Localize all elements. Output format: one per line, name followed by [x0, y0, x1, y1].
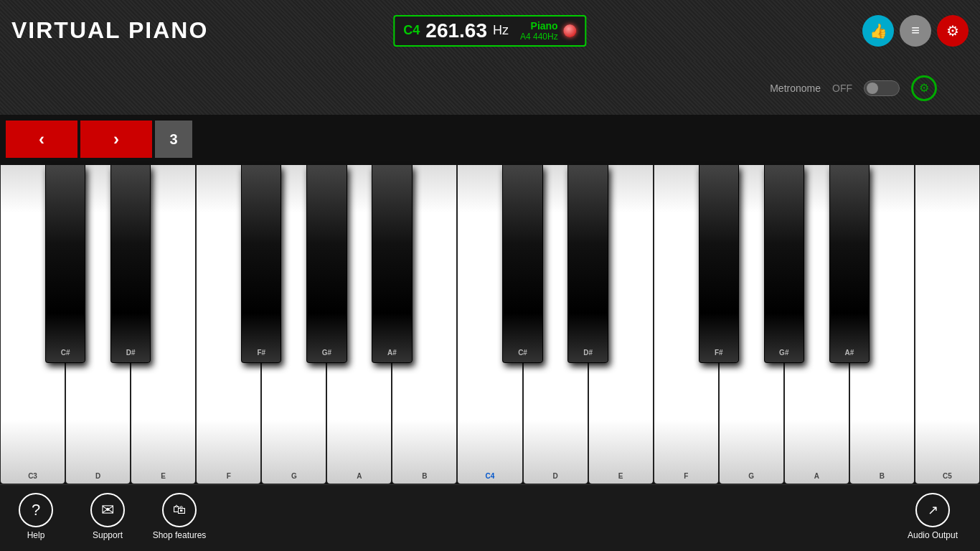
- white-key-label-5: A: [357, 472, 362, 480]
- metronome-toggle[interactable]: [864, 80, 900, 96]
- black-key-label-5: C#: [518, 349, 527, 357]
- app-title: VIRTUAL PIANO: [11, 17, 208, 44]
- navigation-area: ‹ › 3: [0, 115, 192, 158]
- white-key-label-3: F: [227, 472, 231, 480]
- bottom-bar: ? Help ✉ Support 🛍 Shop features ↗ Audio…: [0, 484, 980, 547]
- black-key-label-0: C#: [61, 349, 70, 357]
- audio-output-label: Audio Output: [908, 530, 958, 540]
- white-key-label-14: C5: [943, 472, 952, 480]
- like-button[interactable]: 👍: [862, 15, 894, 47]
- menu-button[interactable]: ≡: [900, 15, 931, 47]
- white-key-label-11: G: [748, 472, 754, 480]
- black-key-label-7: F#: [715, 349, 723, 357]
- instrument-info: Piano A4 440Hz: [520, 20, 558, 42]
- white-key-label-0: C3: [28, 472, 37, 480]
- metronome-state-label: OFF: [832, 83, 852, 94]
- black-key-8[interactable]: G#: [764, 165, 804, 363]
- metronome-settings-button[interactable]: ⚙: [911, 75, 937, 101]
- support-icon: ✉: [90, 493, 125, 527]
- black-key-label-2: F#: [257, 349, 265, 357]
- shop-label: Shop features: [153, 530, 207, 540]
- instrument-name: Piano: [531, 20, 558, 32]
- black-key-4[interactable]: A#: [372, 165, 412, 363]
- black-key-7[interactable]: F#: [699, 165, 739, 363]
- tuning-info: A4 440Hz: [520, 32, 558, 42]
- white-key-label-8: D: [552, 472, 557, 480]
- black-key-0[interactable]: C#: [45, 165, 85, 363]
- black-key-3[interactable]: G#: [306, 165, 347, 363]
- help-button[interactable]: ? Help: [0, 493, 72, 540]
- metronome-area: Metronome OFF ⚙: [0, 61, 980, 115]
- header-buttons: 👍 ≡ ⚙: [862, 15, 969, 47]
- prev-octave-button[interactable]: ‹: [6, 121, 77, 158]
- led-indicator: [564, 24, 577, 37]
- white-key-label-6: B: [422, 472, 427, 480]
- support-button[interactable]: ✉ Support: [72, 493, 143, 540]
- octave-display: 3: [155, 121, 192, 158]
- black-key-label-3: G#: [322, 349, 331, 357]
- audio-output-icon: ↗: [915, 493, 950, 527]
- help-icon: ?: [19, 493, 53, 527]
- shop-button[interactable]: 🛍 Shop features: [143, 493, 215, 540]
- audio-output-button[interactable]: ↗ Audio Output: [897, 493, 969, 540]
- white-key-label-1: D: [95, 472, 100, 480]
- header: VIRTUAL PIANO C4 261.63 Hz Piano A4 440H…: [0, 0, 980, 61]
- frequency-display: C4 261.63 Hz Piano A4 440Hz: [393, 15, 586, 47]
- note-label: C4: [403, 23, 420, 38]
- support-label: Support: [93, 530, 123, 540]
- black-key-1[interactable]: D#: [110, 165, 151, 363]
- black-key-2[interactable]: F#: [241, 165, 281, 363]
- next-octave-button[interactable]: ›: [80, 121, 152, 158]
- app-container: VIRTUAL PIANO C4 261.63 Hz Piano A4 440H…: [0, 0, 980, 547]
- black-key-label-4: A#: [387, 349, 397, 357]
- black-key-label-1: D#: [126, 349, 136, 357]
- metronome-label: Metronome: [770, 83, 821, 94]
- white-key-label-4: G: [291, 472, 297, 480]
- black-key-label-6: D#: [583, 349, 593, 357]
- shop-icon: 🛍: [162, 493, 197, 527]
- frequency-value: 261.63: [425, 19, 487, 42]
- black-key-label-9: A#: [844, 349, 854, 357]
- white-key-label-9: E: [618, 472, 623, 480]
- keyboard-wrapper: C3DEFGABC4DEFGABC5C#D#F#G#A#C#D#F#G#A#: [0, 165, 980, 484]
- black-key-label-8: G#: [779, 349, 788, 357]
- white-key-14[interactable]: C5: [915, 165, 980, 484]
- black-key-9[interactable]: A#: [829, 165, 870, 363]
- black-key-5[interactable]: C#: [502, 165, 542, 363]
- white-key-label-13: B: [880, 472, 885, 480]
- white-key-label-2: E: [161, 472, 166, 480]
- keys-row: C3DEFGABC4DEFGABC5C#D#F#G#A#C#D#F#G#A#: [0, 165, 980, 484]
- help-label: Help: [27, 530, 45, 540]
- frequency-unit: Hz: [493, 23, 509, 38]
- white-key-label-12: A: [814, 472, 819, 480]
- white-key-label-10: F: [684, 472, 688, 480]
- main-settings-button[interactable]: ⚙: [937, 15, 969, 47]
- piano-container: ‹ › 3 C3DEFGABC4DEFGABC5C#D#F#G#A#C#D#F#…: [0, 115, 980, 484]
- black-key-6[interactable]: D#: [567, 165, 608, 363]
- white-key-label-7: C4: [486, 472, 495, 480]
